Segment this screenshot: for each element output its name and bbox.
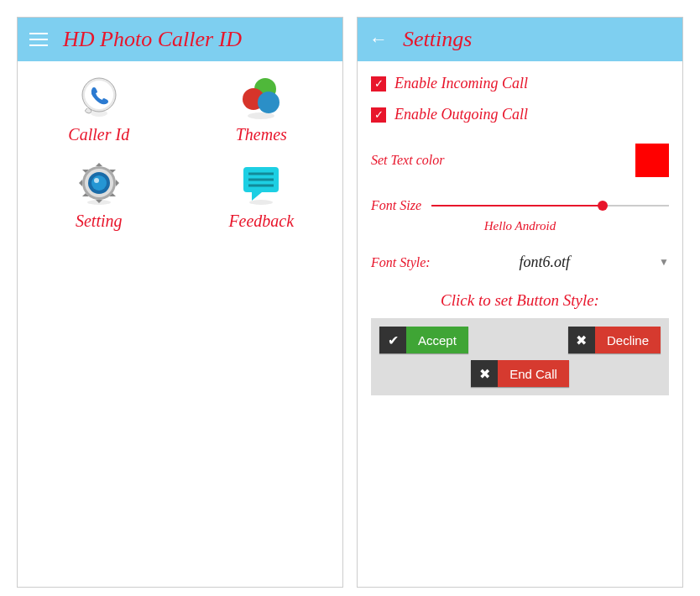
button-style-title: Click to set Button Style: xyxy=(371,291,669,310)
back-arrow-icon[interactable]: ← xyxy=(369,29,388,50)
home-grid: Caller Id Themes xyxy=(18,61,342,244)
feedback-item[interactable]: Feedback xyxy=(197,161,326,231)
svg-point-6 xyxy=(258,91,279,113)
end-call-label: End Call xyxy=(498,360,569,387)
caller-id-label: Caller Id xyxy=(68,125,129,144)
home-title: HD Photo Caller ID xyxy=(63,27,242,52)
accept-label: Accept xyxy=(406,327,468,353)
settings-body: Enable Incoming Call Enable Outgoing Cal… xyxy=(358,61,682,587)
decline-label: Decline xyxy=(595,327,661,353)
end-call-button[interactable]: ✖ End Call xyxy=(471,360,569,387)
themes-item[interactable]: Themes xyxy=(197,75,326,144)
settings-screen: ← Settings Enable Incoming Call Enable O… xyxy=(357,17,683,588)
enable-outgoing-label: Enable Outgoing Call xyxy=(394,106,528,123)
settings-title: Settings xyxy=(403,27,472,52)
svg-point-2 xyxy=(85,81,113,109)
font-size-label: Font Size xyxy=(371,198,421,213)
feedback-label: Feedback xyxy=(228,212,294,231)
setting-item[interactable]: Setting xyxy=(34,161,164,231)
checkbox-icon xyxy=(371,76,386,91)
setting-icon xyxy=(76,161,123,208)
button-row-top: ✔ Accept ✖ Decline xyxy=(379,327,661,353)
caller-id-item[interactable]: Caller Id xyxy=(34,75,164,144)
home-screen: HD Photo Caller ID Caller Id xyxy=(17,17,343,588)
checkbox-icon xyxy=(371,107,386,123)
font-size-slider[interactable] xyxy=(431,197,669,214)
svg-point-13 xyxy=(249,200,273,205)
font-style-value: font6.otf xyxy=(447,254,642,271)
accept-button[interactable]: ✔ Accept xyxy=(379,327,468,353)
caller-id-icon xyxy=(76,75,123,122)
font-size-row: Font Size xyxy=(371,197,669,214)
text-color-row: Set Text color xyxy=(371,144,669,177)
button-row-bottom: ✖ End Call xyxy=(379,360,661,387)
svg-point-12 xyxy=(94,178,99,183)
text-color-label: Set Text color xyxy=(371,153,444,168)
slider-caption: Hello Android xyxy=(371,219,669,233)
enable-incoming-label: Enable Incoming Call xyxy=(394,75,528,92)
enable-outgoing-row[interactable]: Enable Outgoing Call xyxy=(371,106,669,123)
color-swatch[interactable] xyxy=(635,144,669,177)
font-style-label: Font Style: xyxy=(371,255,431,270)
settings-header: ← Settings xyxy=(358,18,682,61)
decline-button[interactable]: ✖ Decline xyxy=(568,327,661,353)
svg-point-11 xyxy=(91,175,107,191)
font-style-row[interactable]: Font Style: font6.otf ▼ xyxy=(371,254,669,271)
check-icon: ✔ xyxy=(379,327,406,353)
setting-label: Setting xyxy=(76,212,123,231)
chevron-down-icon: ▼ xyxy=(659,256,669,269)
close-icon: ✖ xyxy=(471,360,498,387)
themes-icon xyxy=(238,75,285,122)
close-icon: ✖ xyxy=(568,327,595,353)
enable-incoming-row[interactable]: Enable Incoming Call xyxy=(371,75,669,92)
hamburger-icon[interactable] xyxy=(29,33,48,46)
svg-point-3 xyxy=(248,112,274,119)
home-header: HD Photo Caller ID xyxy=(18,18,342,61)
themes-label: Themes xyxy=(236,125,287,144)
button-style-area: ✔ Accept ✖ Decline ✖ End Call xyxy=(371,318,669,395)
feedback-icon xyxy=(238,161,285,208)
